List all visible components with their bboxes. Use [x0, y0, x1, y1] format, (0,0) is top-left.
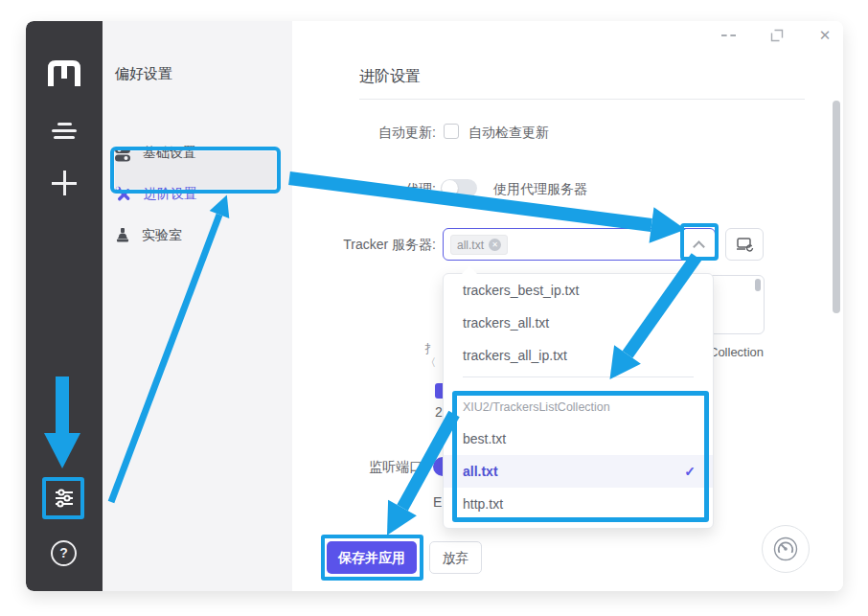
auto-update-label: 自动更新: — [292, 125, 436, 142]
annotation-box-save-button — [321, 535, 423, 581]
task-list-icon[interactable] — [52, 123, 77, 142]
covered-text-fragment: 2 — [435, 404, 443, 420]
app-window: ? 偏好设置 基础设置 — [26, 21, 843, 591]
heading-divider — [359, 99, 805, 100]
covered-text-fragment: E — [433, 494, 442, 510]
motrix-logo-icon — [48, 60, 80, 86]
annotation-box-advanced-item — [110, 147, 281, 194]
preferences-title: 偏好设置 — [115, 65, 172, 83]
tracker-select-input[interactable]: all.txt ✕ — [443, 228, 716, 261]
maximize-button[interactable] — [770, 29, 784, 42]
sync-trackers-button[interactable] — [725, 228, 764, 261]
app-sidebar: ? — [26, 21, 103, 591]
minimize-button[interactable] — [721, 34, 736, 37]
speedometer-icon — [773, 536, 798, 561]
dropdown-option[interactable]: trackers_all_ip.txt — [444, 339, 713, 372]
page-title: 进阶设置 — [359, 67, 421, 87]
settings-content: ✕ 进阶设置 自动更新: 自动检查更新 代理: 使用代理服务器 Tracker … — [292, 21, 843, 591]
annotation-box-chevron — [680, 223, 719, 261]
sidebar-item-lab[interactable]: 实验室 — [115, 224, 182, 247]
auto-update-checkbox[interactable] — [444, 124, 459, 139]
covered-text-fragment: 〈 — [425, 355, 436, 370]
tracker-tag-text: all.txt — [457, 239, 484, 252]
proxy-toggle-label: 使用代理服务器 — [493, 181, 587, 198]
annotation-box-dropdown-group — [452, 391, 709, 522]
close-button[interactable]: ✕ — [816, 27, 834, 44]
proxy-toggle[interactable] — [441, 179, 477, 197]
proxy-label: 代理: — [292, 181, 436, 198]
listen-port-label: 监听端口 — [369, 459, 423, 476]
sidebar-item-label: 实验室 — [142, 227, 182, 244]
page-scrollbar[interactable] — [833, 101, 840, 313]
dropdown-caret — [462, 266, 477, 274]
add-task-icon[interactable] — [52, 171, 77, 195]
textarea-scrollbar[interactable] — [755, 279, 761, 291]
sync-monitor-icon — [737, 238, 754, 253]
tracker-label: Tracker 服务器: — [292, 237, 436, 254]
preferences-panel: 偏好设置 基础设置 — [103, 21, 292, 591]
help-icon[interactable]: ? — [51, 540, 77, 566]
source-text-fragment: Collection — [709, 345, 764, 359]
tracker-tag: all.txt ✕ — [450, 235, 508, 255]
stamp-icon — [115, 228, 130, 244]
preferences-sliders-icon[interactable] — [54, 488, 75, 509]
dropdown-option[interactable]: trackers_all.txt — [444, 307, 713, 339]
dropdown-divider — [463, 376, 694, 377]
toggle-knob — [442, 180, 458, 196]
tag-close-icon[interactable]: ✕ — [489, 239, 501, 251]
screenshot-stage: ? 偏好设置 基础设置 — [0, 0, 868, 616]
dropdown-option[interactable]: trackers_best_ip.txt — [444, 274, 713, 307]
discard-button[interactable]: 放弃 — [429, 541, 482, 574]
auto-update-checkbox-label[interactable]: 自动检查更新 — [468, 125, 549, 142]
speed-limit-button[interactable] — [762, 525, 810, 573]
